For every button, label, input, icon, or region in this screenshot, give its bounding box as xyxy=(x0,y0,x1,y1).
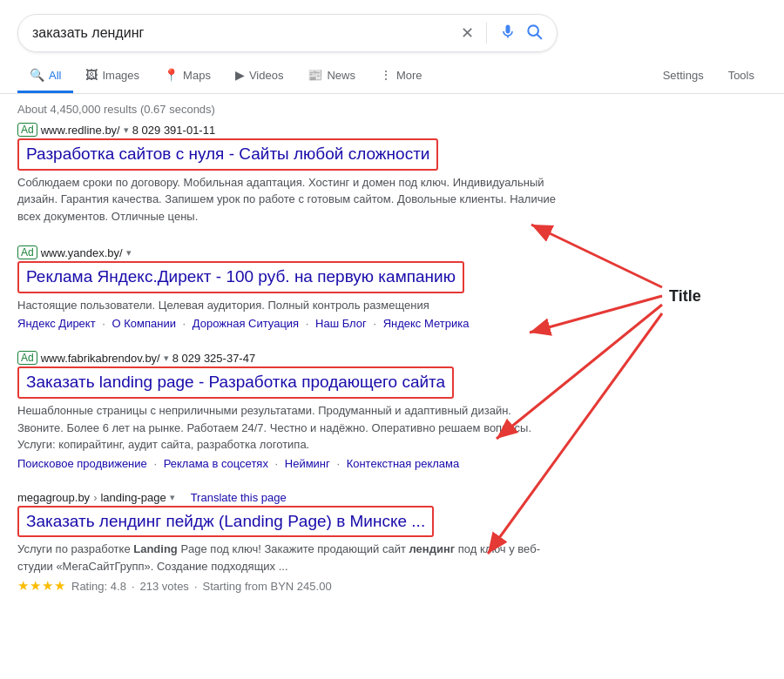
tab-images-label: Images xyxy=(102,69,139,82)
ad3-title[interactable]: Заказать landing page - Разработка прода… xyxy=(17,366,454,399)
all-icon: 🔍 xyxy=(30,68,44,82)
ad3-link-4[interactable]: Контекстная реклама xyxy=(347,457,460,470)
sep4: · xyxy=(373,317,379,330)
ad3-dropdown[interactable]: ▾ xyxy=(164,353,169,364)
ad2-links: Яндекс Директ · О Компании · Дорожная Си… xyxy=(17,317,558,330)
results-info: About 4,450,000 results (0.67 seconds) xyxy=(0,94,784,123)
organic1-price: Starting from BYN 245.00 xyxy=(203,580,332,593)
search-input[interactable] xyxy=(32,25,452,41)
search-divider xyxy=(486,23,487,44)
ad2-link-1[interactable]: Яндекс Директ xyxy=(17,317,96,330)
stars-icon: ★★★★ xyxy=(17,578,66,594)
search-bar: ✕ xyxy=(17,14,558,52)
tab-videos[interactable]: ▶ Videos xyxy=(223,59,296,93)
organic1-desc-1: Услуги по разработке xyxy=(17,542,133,555)
svg-line-1 xyxy=(537,34,542,38)
images-icon: 🖼 xyxy=(85,68,98,82)
ad1-desc: Соблюдаем сроки по договору. Мобильная а… xyxy=(17,174,558,225)
ad3-ad-label: Ad xyxy=(17,351,37,365)
ad2-dropdown[interactable]: ▾ xyxy=(126,247,132,259)
ad1-dropdown[interactable]: ▾ xyxy=(124,124,129,136)
sep6: · xyxy=(275,457,281,470)
organic1-title[interactable]: Заказать лендинг пейдж (Landing Page) в … xyxy=(17,506,434,538)
ad1-title[interactable]: Разработка сайтов с нуля - Сайты любой с… xyxy=(17,138,438,171)
organic1-desc-cont: Page под ключ! Закажите продающий сайт xyxy=(178,542,409,555)
ad1-ad-label: Ad xyxy=(17,123,37,137)
ad2-desc: Настоящие пользователи. Целевая аудитори… xyxy=(17,297,558,314)
sep7: · xyxy=(336,457,342,470)
videos-icon: ▶ xyxy=(235,68,245,82)
tab-news[interactable]: 📰 News xyxy=(295,59,368,93)
organic1-url-line: megagroup.by › landing-page ▾ Translate … xyxy=(17,491,558,504)
search-bar-container: ✕ xyxy=(0,0,784,52)
tab-news-label: News xyxy=(327,69,355,82)
tools-label: Tools xyxy=(728,69,754,82)
voice-icon[interactable] xyxy=(499,23,517,44)
search-lens-icon[interactable] xyxy=(525,23,543,44)
ad3-link-2[interactable]: Реклама в соцсетях xyxy=(164,457,268,470)
organic1-dropdown[interactable]: ▾ xyxy=(170,492,175,503)
ad1-domain[interactable]: www.redline.by/ xyxy=(41,124,120,137)
tab-more[interactable]: ⋮ More xyxy=(368,59,435,93)
sep2: · xyxy=(183,317,189,330)
maps-icon: 📍 xyxy=(164,68,179,82)
organic1-desc-bold2: лендинг xyxy=(409,542,456,555)
ad3-domain[interactable]: www.fabrikabrendov.by/ xyxy=(41,352,160,365)
tab-all-label: All xyxy=(49,69,61,82)
nav-right: Settings Tools xyxy=(651,60,767,93)
results-container: Ad www.redline.by/ ▾ 8 029 391-01-11 Раз… xyxy=(0,123,575,594)
page-wrapper: ✕ 🔍 All 🖼 Images xyxy=(0,0,784,679)
news-icon: 📰 xyxy=(308,68,322,82)
tab-all[interactable]: 🔍 All xyxy=(17,59,73,93)
ad2-domain[interactable]: www.yandex.by/ xyxy=(41,246,123,259)
nav-tabs: 🔍 All 🖼 Images 📍 Maps ▶ Videos 📰 News ⋮ … xyxy=(0,52,784,94)
organic1-rating: Rating: 4.8 xyxy=(71,580,126,593)
organic1-breadcrumb: landing-page xyxy=(100,491,166,504)
tab-tools[interactable]: Tools xyxy=(716,60,767,93)
tab-images[interactable]: 🖼 Images xyxy=(73,59,152,93)
ad2-link-3[interactable]: Дорожная Ситуация xyxy=(193,317,299,330)
ad1-url-line: Ad www.redline.by/ ▾ 8 029 391-01-11 xyxy=(17,123,558,137)
tab-more-label: More xyxy=(396,69,422,82)
results-count: About 4,450,000 results (0.67 seconds) xyxy=(17,103,215,116)
ad3-url-line: Ad www.fabrikabrendov.by/ ▾ 8 029 325-37… xyxy=(17,351,558,365)
sep5: · xyxy=(153,457,159,470)
ad2-url-line: Ad www.yandex.by/ ▾ xyxy=(17,245,558,259)
organic1-stars-row: ★★★★ Rating: 4.8 · 213 votes · Starting … xyxy=(17,578,558,594)
ad2-ad-label: Ad xyxy=(17,245,37,259)
ad2-link-2[interactable]: О Компании xyxy=(112,317,176,330)
ad-result-2: Ad www.yandex.by/ ▾ Реклама Яндекс.Дирек… xyxy=(17,245,558,330)
ad3-desc: Нешаблонные страницы с неприличными резу… xyxy=(17,402,558,454)
organic1-translate[interactable]: Translate this page xyxy=(191,491,287,504)
ad-result-1: Ad www.redline.by/ ▾ 8 029 391-01-11 Раз… xyxy=(17,123,558,225)
sep8: · xyxy=(132,580,135,593)
more-icon: ⋮ xyxy=(380,68,392,82)
ad2-link-5[interactable]: Яндекс Метрика xyxy=(383,317,470,330)
sep3: · xyxy=(306,317,312,330)
ad2-title[interactable]: Реклама Яндекс.Директ - 100 руб. на перв… xyxy=(17,261,464,293)
organic1-arrow: › xyxy=(93,491,97,504)
svg-text:Title: Title xyxy=(669,287,701,305)
ad1-phone: 8 029 391-01-11 xyxy=(132,124,215,137)
settings-label: Settings xyxy=(663,69,704,82)
tab-maps[interactable]: 📍 Maps xyxy=(152,59,223,93)
tab-videos-label: Videos xyxy=(249,69,284,82)
ad3-link-3[interactable]: Нейминг xyxy=(285,457,330,470)
organic-result-1: megagroup.by › landing-page ▾ Translate … xyxy=(17,491,558,595)
organic1-desc: Услуги по разработке Landing Page под кл… xyxy=(17,541,558,575)
ad-result-3: Ad www.fabrikabrendov.by/ ▾ 8 029 325-37… xyxy=(17,351,558,469)
organic1-domain[interactable]: megagroup.by xyxy=(17,491,90,504)
ad3-phone: 8 029 325-37-47 xyxy=(172,352,255,365)
organic1-desc-bold1: Landing xyxy=(133,542,178,555)
ad2-link-4[interactable]: Наш Блог xyxy=(315,317,367,330)
sep1: · xyxy=(102,317,108,330)
tab-settings[interactable]: Settings xyxy=(651,60,716,93)
organic1-votes: 213 votes xyxy=(140,580,189,593)
ad3-links: Поисковое продвижение · Реклама в соцсет… xyxy=(17,457,558,470)
clear-icon[interactable]: ✕ xyxy=(461,24,474,43)
ad3-link-1[interactable]: Поисковое продвижение xyxy=(17,457,147,470)
tab-maps-label: Maps xyxy=(183,69,211,82)
sep9: · xyxy=(194,580,198,593)
